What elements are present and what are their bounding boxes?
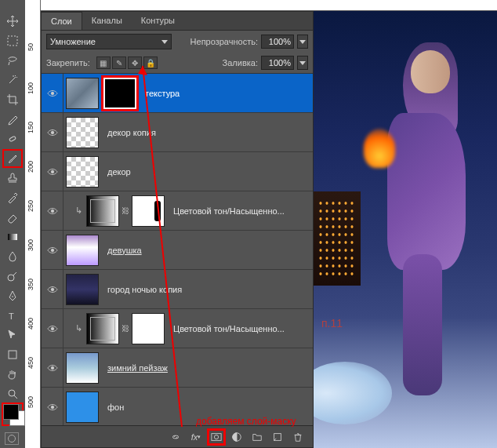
lasso-tool[interactable] — [2, 51, 23, 70]
marquee-tool[interactable] — [2, 31, 23, 50]
zoom-tool[interactable] — [2, 384, 23, 403]
ruler-tick: 450 — [27, 357, 34, 369]
blend-mode-select[interactable]: Умножение — [46, 34, 172, 49]
svg-point-14 — [51, 366, 54, 370]
layer-row[interactable]: ↳⛓Цветовой тон/Насыщенно... — [42, 309, 313, 348]
layer-row[interactable]: декор — [42, 152, 313, 191]
visibility-toggle[interactable] — [42, 74, 63, 112]
layer-name[interactable]: Цветовой тон/Насыщенно... — [173, 324, 313, 333]
ruler-tick: 350 — [27, 279, 34, 290]
move-tool[interactable] — [2, 12, 23, 31]
layer-thumbnail[interactable] — [86, 313, 119, 344]
type-tool[interactable]: T — [2, 306, 23, 325]
layer-name[interactable]: декор копия — [107, 128, 313, 137]
heal-tool[interactable] — [2, 129, 23, 148]
visibility-toggle[interactable] — [42, 388, 63, 426]
layer-thumbnail[interactable] — [66, 117, 99, 148]
layer-row[interactable]: фон — [42, 388, 313, 427]
layer-row[interactable]: девушка — [42, 231, 313, 270]
layer-name[interactable]: Цветовой тон/Насыщенно... — [173, 206, 313, 216]
layer-row[interactable]: ↳⛓Цветовой тон/Насыщенно... — [42, 191, 313, 231]
stamp-tool[interactable] — [2, 169, 23, 188]
tab-layers[interactable]: Слои — [42, 12, 82, 30]
foreground-color[interactable] — [3, 404, 19, 420]
history-brush-tool[interactable] — [2, 188, 23, 207]
layer-thumbnail[interactable] — [66, 78, 99, 109]
ruler-tick: 200 — [27, 161, 34, 173]
tab-channels[interactable]: Каналы — [82, 12, 132, 30]
lock-pixels-icon[interactable]: ✎ — [112, 56, 126, 69]
layer-name[interactable]: декор — [107, 167, 313, 177]
hand-tool[interactable] — [2, 365, 23, 384]
new-group-button[interactable] — [250, 431, 264, 443]
quick-mask-toggle[interactable] — [5, 432, 19, 445]
visibility-toggle[interactable] — [42, 152, 63, 191]
layer-name[interactable]: зимний пейзаж — [107, 363, 313, 373]
eyedrop-tool[interactable] — [2, 110, 23, 129]
svg-point-10 — [51, 209, 54, 213]
brush-tool[interactable] — [2, 149, 23, 168]
svg-point-9 — [51, 170, 54, 173]
layer-name[interactable]: девушка — [107, 246, 313, 255]
lock-position-icon[interactable]: ✥ — [128, 56, 142, 69]
lock-transparent-icon[interactable]: ▦ — [96, 56, 111, 69]
layer-row[interactable]: декор копия — [42, 113, 313, 152]
layer-name[interactable]: город ночью копия — [107, 285, 313, 294]
panel-footer: fx▾ — [42, 425, 313, 447]
visibility-toggle[interactable] — [42, 191, 63, 230]
layer-effects-button[interactable]: fx▾ — [189, 431, 203, 443]
ruler-tick: 150 — [27, 122, 34, 133]
visibility-toggle[interactable] — [42, 231, 63, 269]
wand-tool[interactable] — [2, 71, 23, 89]
layer-thumbnail[interactable] — [66, 274, 99, 305]
layer-thumbnail[interactable] — [66, 392, 99, 423]
crop-tool[interactable] — [2, 90, 23, 109]
opacity-input[interactable]: 100% — [261, 35, 294, 49]
delete-layer-button[interactable] — [291, 431, 305, 443]
path-tool[interactable] — [2, 326, 23, 344]
layer-row[interactable]: город ночью копия — [42, 270, 313, 309]
mask-thumbnail[interactable] — [103, 78, 136, 109]
add-mask-button[interactable] — [209, 431, 223, 443]
lock-all-icon[interactable]: 🔒 — [143, 56, 158, 69]
shape-tool[interactable] — [2, 345, 23, 364]
link-icon: ⛓ — [122, 206, 129, 215]
opacity-slider-button[interactable] — [297, 35, 308, 49]
layer-name[interactable]: фон — [107, 402, 313, 412]
pen-tool[interactable] — [2, 286, 23, 305]
svg-rect-1 — [9, 136, 16, 141]
color-swatches[interactable] — [2, 402, 24, 426]
visibility-toggle[interactable] — [42, 270, 63, 308]
layer-thumbnail[interactable] — [86, 195, 119, 227]
svg-rect-0 — [8, 36, 17, 46]
svg-rect-5 — [9, 351, 16, 359]
layer-thumbnail[interactable] — [66, 235, 99, 266]
eraser-tool[interactable] — [2, 208, 23, 227]
dodge-tool[interactable] — [2, 267, 23, 286]
gradient-tool[interactable] — [2, 228, 23, 246]
mask-thumbnail[interactable] — [132, 313, 165, 344]
new-layer-button[interactable] — [270, 431, 285, 443]
svg-point-3 — [8, 275, 14, 281]
document-canvas[interactable]: п.11 — [314, 11, 497, 448]
fill-label: Заливка: — [223, 58, 258, 67]
svg-point-7 — [51, 92, 54, 95]
layer-row[interactable]: зимний пейзаж — [42, 348, 313, 388]
svg-rect-2 — [8, 234, 17, 240]
tab-paths[interactable]: Контуры — [132, 12, 184, 30]
toolbox: T — [0, 0, 25, 448]
visibility-toggle[interactable] — [42, 348, 63, 387]
link-layers-button[interactable] — [169, 431, 183, 443]
layer-row[interactable]: текстура — [42, 74, 313, 113]
adjustment-layer-button[interactable] — [230, 431, 244, 443]
layer-name[interactable]: текстура — [145, 89, 313, 98]
visibility-toggle[interactable] — [42, 113, 63, 151]
fill-input[interactable]: 100% — [261, 56, 294, 70]
visibility-toggle[interactable] — [42, 309, 63, 348]
layer-thumbnail[interactable] — [66, 352, 99, 384]
layer-thumbnail[interactable] — [66, 156, 99, 188]
ruler-tick: 500 — [27, 396, 34, 408]
blur-tool[interactable] — [2, 247, 23, 266]
mask-thumbnail[interactable] — [132, 195, 165, 227]
fill-slider-button[interactable] — [297, 56, 308, 70]
